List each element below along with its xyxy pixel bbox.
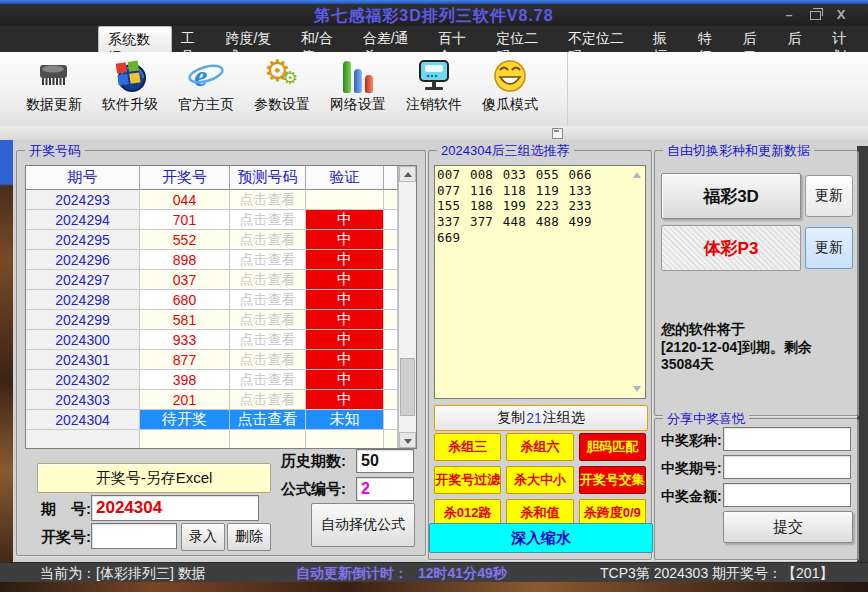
table-row[interactable]: 2024300933点击查看中 [26, 330, 398, 350]
toolbar-label: 参数设置 [254, 96, 310, 114]
toolbar-options-icon[interactable] [552, 128, 563, 139]
cell-predict[interactable]: 点击查看 [230, 230, 306, 250]
table-row[interactable]: 2024303201点击查看中 [26, 390, 398, 410]
monitor-icon [415, 56, 453, 96]
menu-item-3[interactable]: 和/合值 [292, 26, 354, 52]
cell-predict[interactable] [230, 430, 306, 448]
chip-icon [34, 56, 74, 96]
export-excel-button[interactable]: 开奖号-另存Excel [37, 463, 271, 493]
auto-formula-button[interactable]: 自动择优公式 [311, 503, 415, 547]
recommended-numbers-box[interactable]: 007 008 033 055 066 077 116 118 119 133 … [434, 165, 646, 399]
table-row[interactable]: 2024301877点击查看中 [26, 350, 398, 370]
status-bar: 当前为：[体彩排列三] 数据 自动更新倒计时：12时41分49秒 TCP3第 2… [0, 562, 868, 583]
cell-predict[interactable]: 点击查看 [230, 350, 306, 370]
menu-item-11[interactable]: 后一 [778, 26, 823, 52]
table-row[interactable]: 2024294701点击查看中 [26, 210, 398, 230]
menu-item-2[interactable]: 跨度/复式 [216, 26, 291, 52]
cell-predict[interactable]: 点击查看 [230, 250, 306, 270]
cell-filler [384, 210, 398, 230]
cell-predict[interactable]: 点击查看 [230, 330, 306, 350]
history-count-input[interactable] [356, 449, 414, 473]
cell-predict[interactable]: 点击查看 [230, 270, 306, 290]
recommendation-group: 2024304后三组选推荐 007 008 033 055 066 077 11… [428, 150, 652, 560]
fucai-3d-button[interactable]: 福彩3D [661, 173, 801, 219]
menu-item-5[interactable]: 百十个 [429, 26, 487, 52]
logout-software-button[interactable]: 注销软件 [396, 52, 472, 122]
table-row[interactable]: 2024293044点击查看 [26, 190, 398, 210]
cell-predict[interactable]: 点击查看 [230, 410, 306, 430]
copy-selection-button[interactable]: 复制21注组选 [434, 405, 648, 431]
draw-number-input[interactable] [91, 523, 177, 549]
update-ticai-button[interactable]: 更新 [805, 227, 853, 269]
table-scrollbar[interactable] [398, 166, 416, 448]
deep-shrink-button[interactable]: 深入缩水 [429, 523, 653, 553]
cell-number: 201 [140, 390, 230, 410]
cell-predict[interactable]: 点击查看 [230, 370, 306, 390]
cell-predict[interactable]: 点击查看 [230, 290, 306, 310]
cell-predict[interactable]: 点击查看 [230, 190, 306, 210]
kill-button-2[interactable]: 胆码匹配 [579, 433, 646, 461]
table-row[interactable]: 2024299581点击查看中 [26, 310, 398, 330]
enter-button[interactable]: 录入 [181, 523, 225, 551]
cell-verify [306, 190, 384, 210]
kill-button-3[interactable]: 开奖号过滤 [434, 466, 501, 494]
menu-item-9[interactable]: 特征 [689, 26, 734, 52]
close-button[interactable]: X [830, 7, 852, 23]
submit-button[interactable]: 提交 [723, 511, 853, 543]
table-row[interactable]: 2024298680点击查看中 [26, 290, 398, 310]
scrollbar-thumb[interactable] [400, 358, 415, 416]
scroll-up-icon[interactable] [399, 166, 416, 182]
scroll-up-icon[interactable] [633, 172, 641, 178]
recommendation-group-title: 2024304后三组选推荐 [437, 142, 574, 160]
menu-item-0[interactable]: 系统数据 [98, 26, 172, 53]
cell-number [140, 430, 230, 448]
menu-item-6[interactable]: 定位二码 [487, 26, 559, 52]
cell-predict[interactable]: 点击查看 [230, 390, 306, 410]
scroll-down-icon[interactable] [633, 386, 641, 392]
formula-number-input[interactable] [356, 477, 414, 501]
network-settings-button[interactable]: 网络设置 [320, 52, 396, 122]
scroll-down-icon[interactable] [399, 432, 416, 448]
delete-button[interactable]: 删除 [227, 523, 271, 551]
toolbar-label: 网络设置 [330, 96, 386, 114]
minimize-button[interactable]: – [778, 7, 800, 23]
table-row[interactable] [26, 430, 398, 448]
cell-predict[interactable]: 点击查看 [230, 310, 306, 330]
cell-predict[interactable]: 点击查看 [230, 210, 306, 230]
parameter-settings-button[interactable]: ⚙⚙ 参数设置 [244, 52, 320, 122]
toolbar-label: 数据更新 [26, 96, 82, 114]
winning-period-input[interactable] [723, 455, 851, 479]
period-input[interactable] [91, 495, 259, 521]
table-row[interactable]: 2024302398点击查看中 [26, 370, 398, 390]
cell-period: 2024298 [26, 290, 140, 310]
menu-item-1[interactable]: 工具 [172, 26, 217, 52]
winning-amount-input[interactable] [723, 483, 851, 507]
table-row[interactable]: 2024295552点击查看中 [26, 230, 398, 250]
ticai-p3-button[interactable]: 体彩P3 [661, 225, 801, 271]
menu-item-7[interactable]: 不定位二码 [559, 26, 644, 52]
recommended-numbers-text: 007 008 033 055 066 077 116 118 119 133 … [437, 167, 613, 245]
kill-button-4[interactable]: 杀大中小 [506, 466, 573, 494]
menu-item-8[interactable]: 振幅 [644, 26, 689, 52]
update-fucai-button[interactable]: 更新 [805, 175, 853, 217]
menu-item-10[interactable]: 后二 [734, 26, 779, 52]
menu-item-12[interactable]: 计划 [823, 26, 868, 52]
software-upgrade-button[interactable]: 软件升级 [92, 52, 168, 122]
table-row[interactable]: 2024297037点击查看中 [26, 270, 398, 290]
network-bars-icon [343, 56, 373, 96]
menu-item-4[interactable]: 合差/通杀 [354, 26, 429, 52]
table-row[interactable]: 2024304待开奖点击查看未知 [26, 410, 398, 430]
table-row[interactable]: 2024296898点击查看中 [26, 250, 398, 270]
share-winning-group-title: 分享中奖喜悦 [663, 410, 749, 428]
winning-lottery-input[interactable] [723, 427, 851, 451]
restore-button[interactable] [804, 7, 826, 23]
kill-button-0[interactable]: 杀组三 [434, 433, 501, 461]
data-update-button[interactable]: 数据更新 [16, 52, 92, 122]
simple-mode-button[interactable]: 傻瓜模式 [472, 52, 548, 122]
kill-button-5[interactable]: 开奖号交集 [579, 466, 646, 494]
numbers-scrollbar[interactable] [629, 166, 645, 398]
cell-number: 待开奖 [140, 410, 230, 430]
kill-button-1[interactable]: 杀组六 [506, 433, 573, 461]
official-homepage-button[interactable]: e 官方主页 [168, 52, 244, 122]
cell-period: 2024294 [26, 210, 140, 230]
